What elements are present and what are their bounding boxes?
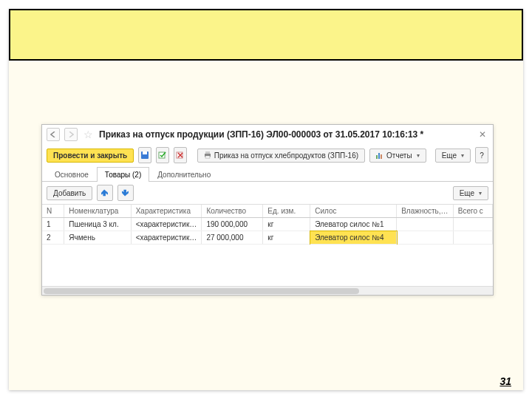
window-title: Приказ на отпуск продукции (ЗПП-16) ЭЛ00… — [99, 129, 423, 140]
col-total[interactable]: Всего с — [453, 205, 492, 218]
arrow-left-icon — [50, 132, 56, 137]
cell-characteristic[interactable]: <характеристик н... — [131, 218, 202, 231]
reports-label: Отчеты — [386, 151, 412, 160]
col-characteristic[interactable]: Характеристика — [131, 205, 202, 218]
printer-icon — [204, 151, 211, 159]
svg-rect-6 — [205, 156, 210, 158]
cell-n[interactable]: 1 — [42, 218, 64, 231]
cell-uom[interactable]: кг — [263, 218, 310, 231]
cell-humidity[interactable] — [397, 231, 454, 245]
nav-back-button[interactable] — [47, 128, 60, 141]
more-label: Еще — [442, 151, 457, 160]
svg-rect-9 — [381, 154, 382, 159]
titlebar: ☆ Приказ на отпуск продукции (ЗПП-16) ЭЛ… — [42, 125, 493, 144]
favorite-star-icon[interactable]: ☆ — [82, 129, 95, 140]
tab-goods[interactable]: Товары (2) — [97, 167, 149, 182]
svg-rect-8 — [378, 153, 380, 159]
post-and-close-button[interactable]: Провести и закрыть — [47, 149, 134, 163]
document-window: ☆ Приказ на отпуск продукции (ЗПП-16) ЭЛ… — [41, 124, 494, 296]
print-form-label: Приказ на отпуск хлебпродуктов (ЗПП-16) — [214, 151, 358, 160]
arrow-right-icon — [68, 132, 74, 137]
grid-empty-area[interactable] — [42, 245, 493, 286]
tab-additional[interactable]: Дополнительно — [149, 167, 219, 182]
header-row: N Номенклатура Характеристика Количество… — [42, 205, 493, 218]
data-grid: N Номенклатура Характеристика Количество… — [42, 204, 493, 295]
arrow-up-icon: 🡹 — [101, 189, 109, 197]
main-toolbar: Провести и закрыть Приказ на отпуск хлеб… — [42, 144, 493, 166]
cell-humidity[interactable] — [397, 218, 454, 231]
horizontal-scrollbar[interactable] — [42, 286, 493, 295]
close-icon: ✕ — [479, 129, 486, 140]
help-button[interactable]: ? — [475, 147, 488, 163]
table-row[interactable]: 1 Пшеница 3 кл. <характеристик н... 190 … — [42, 218, 493, 231]
reports-button[interactable]: Отчеты ▾ — [369, 149, 426, 163]
svg-rect-5 — [205, 151, 210, 154]
save-icon — [140, 151, 149, 160]
cell-total[interactable] — [453, 218, 492, 231]
print-form-button[interactable]: Приказ на отпуск хлебпродуктов (ЗПП-16) — [197, 149, 365, 163]
nav-forward-button[interactable] — [64, 128, 78, 141]
chart-icon — [376, 151, 383, 159]
col-uom[interactable]: Ед. изм. — [263, 205, 310, 218]
cell-uom[interactable]: кг — [263, 231, 310, 245]
col-humidity[interactable]: Влажность, % — [397, 205, 454, 218]
svg-rect-7 — [376, 155, 378, 159]
cell-quantity[interactable]: 190 000,000 — [202, 218, 263, 231]
cell-total[interactable] — [453, 231, 492, 245]
cell-silo[interactable]: Элеватор силос №4 — [310, 231, 397, 245]
table-toolbar: Добавить 🡹 🡻 Еще ▾ — [42, 182, 493, 204]
post-icon — [158, 151, 167, 160]
col-quantity[interactable]: Количество — [202, 205, 263, 218]
cell-nomenclature[interactable]: Ячмень — [64, 231, 131, 245]
svg-rect-1 — [143, 151, 147, 154]
col-silo[interactable]: Силос — [310, 205, 397, 218]
cell-characteristic[interactable]: <характеристик н... — [131, 231, 202, 245]
tabs: Основное Товары (2) Дополнительно — [42, 166, 493, 182]
post-button[interactable] — [156, 147, 169, 163]
add-row-button[interactable]: Добавить — [47, 186, 92, 200]
col-nomenclature[interactable]: Номенклатура — [64, 205, 131, 218]
cell-silo[interactable]: Элеватор силос №1 — [310, 218, 397, 231]
page-number: 31 — [499, 375, 511, 387]
tab-main[interactable]: Основное — [47, 167, 97, 182]
cell-n[interactable]: 2 — [42, 231, 64, 245]
arrow-down-icon: 🡻 — [122, 189, 129, 197]
col-n[interactable]: N — [42, 205, 64, 218]
chevron-down-icon: ▾ — [479, 190, 482, 197]
table-row[interactable]: 2 Ячмень <характеристик н... 27 000,000 … — [42, 231, 493, 245]
cell-quantity[interactable]: 27 000,000 — [202, 231, 263, 245]
close-button[interactable]: ✕ — [477, 129, 488, 140]
more-button[interactable]: Еще ▾ — [435, 149, 471, 163]
save-button[interactable] — [138, 147, 151, 163]
scrollbar-thumb[interactable] — [44, 288, 359, 294]
table-more-button[interactable]: Еще ▾ — [453, 186, 488, 200]
table-more-label: Еще — [460, 189, 474, 197]
undo-post-button[interactable] — [174, 147, 187, 163]
move-up-button[interactable]: 🡹 — [97, 185, 113, 201]
cell-nomenclature[interactable]: Пшеница 3 кл. — [64, 218, 131, 231]
chevron-down-icon: ▾ — [417, 152, 420, 159]
chevron-down-icon: ▾ — [461, 152, 464, 159]
undo-icon — [176, 151, 185, 160]
header-band — [9, 9, 523, 61]
move-down-button[interactable]: 🡻 — [117, 185, 134, 201]
